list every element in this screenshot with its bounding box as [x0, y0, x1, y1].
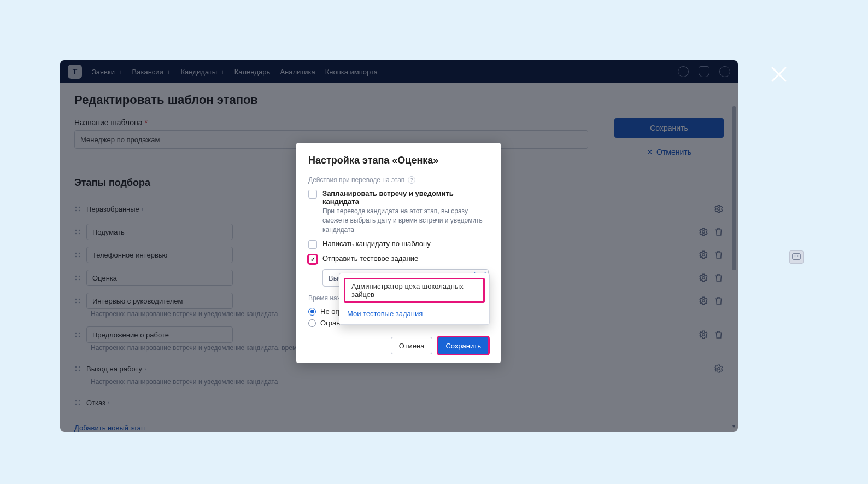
modal-cancel-button[interactable]: Отмена	[391, 337, 433, 354]
feedback-tab-icon[interactable]	[789, 250, 804, 264]
checkbox-write-template[interactable]	[308, 240, 317, 249]
stage-settings-modal: Настройка этапа «Оценка» Действия при пе…	[296, 143, 501, 363]
close-overlay-icon[interactable]	[769, 65, 789, 84]
checkbox-send-test[interactable]	[308, 255, 317, 264]
modal-title: Настройка этапа «Оценка»	[308, 155, 489, 166]
my-test-tasks-link[interactable]: Мои тестовые задания	[339, 304, 489, 321]
help-icon[interactable]: ?	[408, 176, 415, 184]
radio-limited[interactable]	[308, 319, 316, 327]
modal-save-button[interactable]: Сохранить	[438, 337, 489, 354]
radio-unlimited[interactable]	[308, 308, 316, 316]
svg-rect-39	[793, 254, 800, 259]
svg-point-40	[795, 256, 796, 257]
svg-point-41	[797, 256, 799, 257]
checkbox-write-template-label: Написать кандидату по шаблону	[322, 240, 431, 248]
checkbox-schedule-meeting[interactable]	[308, 190, 317, 199]
test-task-dropdown: Администратор цеха шоколадных зайцев Мои…	[339, 273, 490, 325]
checkbox-schedule-meeting-desc: При переводе кандидата на этот этап, вы …	[322, 207, 489, 234]
modal-actions-label: Действия при переводе на этап ?	[308, 176, 489, 184]
checkbox-send-test-label: Отправить тестовое задание	[322, 254, 418, 263]
dropdown-option[interactable]: Администратор цеха шоколадных зайцев	[344, 278, 485, 303]
checkbox-schedule-meeting-label: Запланировать встречу и уведомить кандид…	[322, 189, 489, 206]
